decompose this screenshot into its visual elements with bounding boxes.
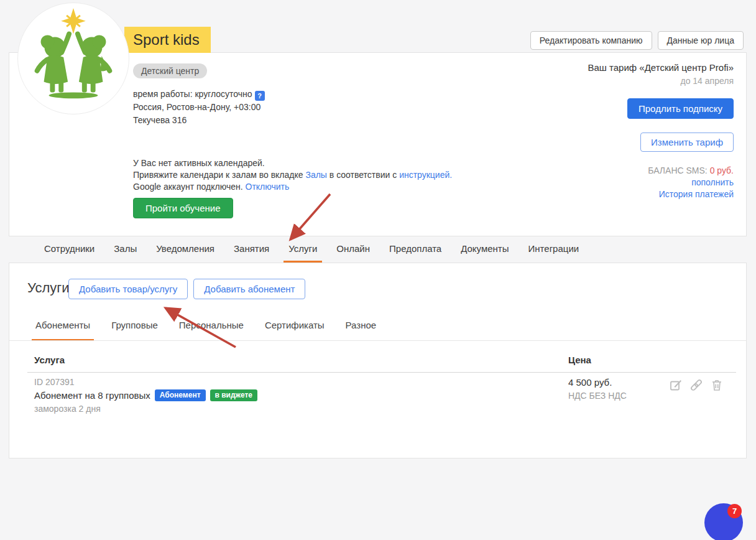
subtab-certificates[interactable]: Сертификаты — [261, 320, 328, 341]
notification-count-badge: 7 — [727, 504, 742, 518]
renew-subscription-button[interactable]: Продлить подписку — [627, 98, 734, 119]
subtab-group[interactable]: Групповые — [108, 320, 162, 341]
company-name: Sport kids — [124, 27, 211, 53]
tab-employees[interactable]: Сотрудники — [39, 236, 99, 263]
service-price: 4 500 руб. — [568, 377, 612, 388]
sms-balance-value: 0 руб. — [710, 165, 734, 175]
tab-services[interactable]: Услуги — [284, 236, 322, 263]
tab-online[interactable]: Онлайн — [331, 236, 375, 263]
table-header-divider — [27, 372, 736, 373]
service-vat: НДС БЕЗ НДС — [568, 391, 627, 401]
services-actions: Добавить товар/услугу Добавить абонемент — [68, 279, 305, 299]
in-widget-badge: в виджете — [210, 389, 258, 401]
service-name: Абонемент на 8 групповых — [34, 390, 150, 401]
no-calendars-line: У Вас нет активных календарей. — [133, 157, 452, 169]
google-line: Google аккаунт подключен. Отключить — [133, 181, 452, 193]
sms-balance-block: БАЛАНС SMS: 0 руб. пополнить История пла… — [648, 165, 734, 200]
calendar-notice: У Вас нет активных календарей. Привяжите… — [133, 157, 452, 193]
question-icon[interactable]: ? — [255, 91, 265, 101]
subtabs-divider — [9, 340, 746, 341]
address-line: Текучева 316 — [133, 114, 265, 127]
tariff-label: Ваш тариф «Детский центр Profi» — [588, 62, 734, 73]
attach-line: Привяжите календари к залам во вкладке З… — [133, 169, 452, 181]
services-page-title: Услуги — [27, 280, 70, 296]
main-tabs: Сотрудники Залы Уведомления Занятия Услу… — [9, 236, 747, 263]
google-disconnect-link[interactable]: Отключить — [246, 182, 290, 192]
add-product-button[interactable]: Добавить товар/услугу — [68, 279, 188, 299]
service-freeze-note: заморозка 2 дня — [34, 404, 101, 414]
tab-rooms[interactable]: Залы — [109, 236, 142, 263]
kids-logo-art — [18, 3, 129, 114]
service-row-id: ID 207391 — [34, 377, 75, 387]
rooms-link[interactable]: Залы — [305, 170, 326, 180]
table-row: Абонемент на 8 групповых Абонемент в вид… — [34, 389, 257, 401]
company-category-badge: Детский центр — [133, 63, 207, 78]
company-logo — [17, 2, 129, 114]
tab-documents[interactable]: Документы — [456, 236, 514, 263]
tariff-until: до 14 апреля — [680, 76, 734, 86]
services-subtabs: Абонементы Групповые Персональные Сертиф… — [32, 320, 380, 341]
training-button[interactable]: Пройти обучение — [133, 198, 233, 218]
link-icon[interactable] — [689, 378, 703, 392]
tab-notifications[interactable]: Уведомления — [151, 236, 219, 263]
row-actions — [669, 378, 724, 392]
subtab-personal[interactable]: Персональные — [175, 320, 247, 341]
tab-integrations[interactable]: Интеграции — [523, 236, 584, 263]
manual-link[interactable]: инструкцией. — [399, 170, 452, 180]
header-actions: Редактировать компанию Данные юр лица — [530, 31, 744, 50]
subtab-subscriptions[interactable]: Абонементы — [32, 320, 94, 341]
change-tariff-button[interactable]: Изменить тариф — [640, 133, 734, 152]
topup-link[interactable]: пополнить — [691, 177, 734, 187]
payment-history-link[interactable]: История платежей — [659, 189, 734, 199]
tab-prepayment[interactable]: Предоплата — [384, 236, 446, 263]
work-hours-line: время работы: круглосуточно ? — [133, 88, 265, 101]
edit-company-button[interactable]: Редактировать компанию — [530, 31, 652, 50]
region-line: Россия, Ростов-на-Дону, +03:00 — [133, 101, 265, 114]
edit-icon[interactable] — [669, 378, 683, 392]
legal-data-button[interactable]: Данные юр лица — [658, 31, 744, 50]
col-header-price: Цена — [568, 355, 591, 365]
subscription-type-badge: Абонемент — [155, 389, 206, 401]
tab-classes[interactable]: Занятия — [229, 236, 274, 263]
trash-icon[interactable] — [710, 378, 724, 392]
subtab-misc[interactable]: Разное — [342, 320, 380, 341]
add-subscription-button[interactable]: Добавить абонемент — [193, 279, 305, 299]
col-header-service: Услуга — [34, 355, 65, 365]
company-info: время работы: круглосуточно ? Россия, Ро… — [133, 88, 265, 127]
sms-balance-line: БАЛАНС SMS: 0 руб. — [648, 165, 734, 177]
